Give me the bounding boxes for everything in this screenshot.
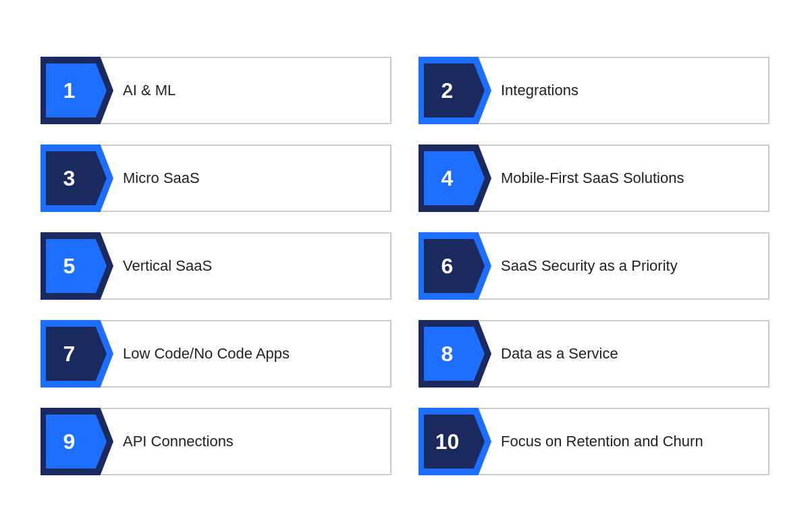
- list-item-1: 1 AI & ML: [40, 57, 392, 124]
- list-item-9: 9 API Connections: [40, 408, 392, 475]
- item-label-1: AI & ML: [109, 82, 176, 99]
- badge-5: 5: [42, 234, 109, 298]
- badge-number-1: 1: [40, 58, 98, 123]
- badge-7: 7: [42, 321, 109, 386]
- main-grid: 1 AI & ML 2 Integrations 3 Micro SaaS 4: [0, 30, 810, 502]
- list-item-3: 3 Micro SaaS: [40, 144, 392, 212]
- list-item-8: 8 Data as a Service: [418, 320, 770, 388]
- list-item-10: 10 Focus on Retention and Churn: [418, 408, 770, 475]
- badge-number-4: 4: [418, 146, 476, 211]
- badge-number-6: 6: [418, 234, 476, 298]
- badge-2: 2: [420, 58, 487, 123]
- list-item-5: 5 Vertical SaaS: [40, 232, 392, 300]
- badge-4: 4: [420, 146, 487, 211]
- badge-number-7: 7: [40, 321, 98, 386]
- badge-10: 10: [420, 409, 487, 474]
- badge-3: 3: [42, 146, 109, 211]
- badge-number-5: 5: [40, 234, 98, 298]
- badge-8: 8: [420, 321, 487, 386]
- list-item-6: 6 SaaS Security as a Priority: [418, 232, 770, 300]
- item-label-5: Vertical SaaS: [109, 257, 212, 275]
- list-item-4: 4 Mobile-First SaaS Solutions: [418, 144, 770, 212]
- list-item-7: 7 Low Code/No Code Apps: [40, 320, 392, 388]
- item-label-4: Mobile-First SaaS Solutions: [487, 169, 684, 187]
- item-label-2: Integrations: [487, 82, 578, 99]
- badge-number-8: 8: [418, 321, 476, 386]
- badge-number-2: 2: [418, 58, 476, 123]
- item-label-10: Focus on Retention and Churn: [487, 433, 703, 450]
- item-label-3: Micro SaaS: [109, 169, 200, 187]
- badge-1: 1: [42, 58, 109, 123]
- item-label-9: API Connections: [109, 433, 234, 450]
- badge-number-9: 9: [40, 409, 98, 474]
- item-label-8: Data as a Service: [487, 345, 618, 363]
- item-label-7: Low Code/No Code Apps: [109, 345, 290, 363]
- badge-6: 6: [420, 234, 487, 298]
- item-label-6: SaaS Security as a Priority: [487, 257, 678, 275]
- badge-9: 9: [42, 409, 109, 474]
- badge-number-3: 3: [40, 146, 98, 211]
- list-item-2: 2 Integrations: [418, 57, 770, 124]
- badge-number-10: 10: [418, 409, 476, 474]
